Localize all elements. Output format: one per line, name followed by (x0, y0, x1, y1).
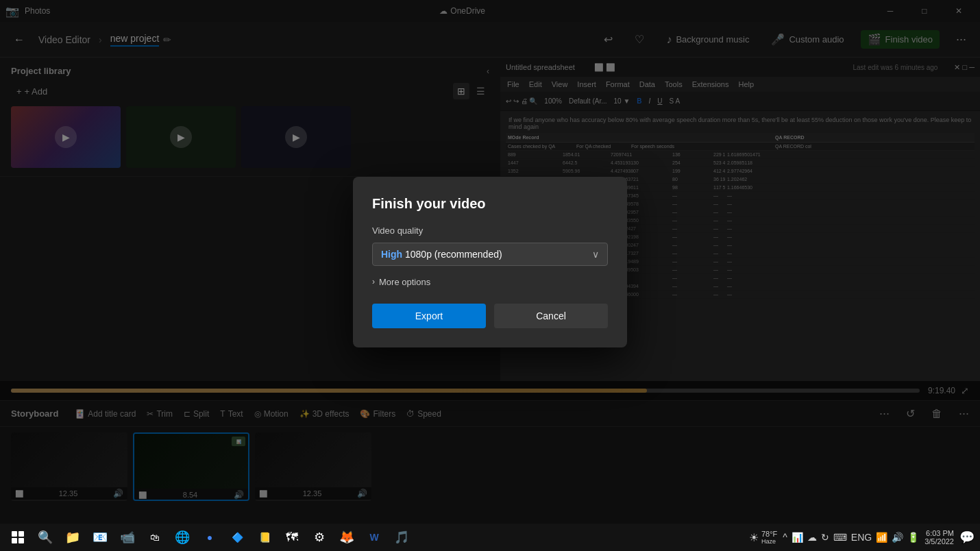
more-options-label: More options (379, 277, 430, 287)
start-button[interactable] (5, 525, 30, 550)
file-explorer-taskbar-button[interactable]: 📁 (60, 525, 85, 550)
weather-widget[interactable]: ☀ 78°F Haze (749, 530, 777, 545)
notification-button[interactable]: 💬 (959, 530, 975, 545)
finish-video-modal: Finish your video Video quality High 108… (353, 177, 627, 347)
taskbar: 🔍 📁 📧 📹 🛍 🌐 ● 🔷 📒 🗺 ⚙ 🦊 W 🎵 ☀ 78°F Haze … (0, 524, 980, 551)
quality-label: Video quality (372, 225, 608, 236)
modal-overlay: Finish your video Video quality High 108… (0, 0, 980, 524)
tray-chevron[interactable]: ^ (783, 532, 787, 543)
clock-date: 3/5/2022 (924, 537, 954, 546)
tray-icon3[interactable]: ↻ (821, 532, 829, 543)
cancel-button[interactable]: Cancel (494, 304, 608, 328)
tray-icon2[interactable]: ☁ (807, 532, 817, 543)
language-indicator[interactable]: ENG (851, 532, 872, 543)
battery-icon[interactable]: 🔋 (907, 532, 919, 543)
settings-taskbar-button[interactable]: ⚙ (307, 525, 332, 550)
weather-text: 78°F Haze (761, 530, 777, 545)
quality-select[interactable]: High 1080p (recommended) ∨ (372, 243, 608, 266)
more-options-chevron: › (372, 277, 375, 286)
taskbar-clock[interactable]: 6:03 PM 3/5/2022 (924, 529, 954, 546)
temperature: 78°F (761, 530, 777, 538)
vlc-taskbar-button[interactable]: 🎵 (389, 525, 414, 550)
store-taskbar-button[interactable]: 🛍 (143, 525, 167, 550)
modal-buttons: Export Cancel (372, 304, 608, 328)
quality-value: High 1080p (recommended) (381, 249, 502, 260)
taskbar-right: ☀ 78°F Haze ^ 📊 ☁ ↻ ⌨ ENG 📶 🔊 🔋 6:03 PM … (749, 529, 975, 546)
export-button[interactable]: Export (372, 304, 486, 328)
maps-taskbar-button[interactable]: 🗺 (280, 525, 304, 550)
wifi-icon[interactable]: 📶 (876, 532, 887, 543)
vpn-taskbar-button[interactable]: 🔷 (225, 525, 249, 550)
more-options-toggle[interactable]: › More options (372, 277, 608, 287)
outlook-taskbar-button[interactable]: 📧 (88, 525, 112, 550)
start-icon (12, 531, 24, 543)
edge-taskbar-button[interactable]: 🌐 (170, 525, 195, 550)
search-taskbar-button[interactable]: 🔍 (33, 525, 58, 550)
firefox-taskbar-button[interactable]: 🦊 (334, 525, 359, 550)
chrome-taskbar-button[interactable]: ● (197, 525, 222, 550)
tray-icon1[interactable]: 📊 (792, 532, 803, 543)
weather-condition: Haze (761, 538, 777, 545)
word-taskbar-button[interactable]: W (362, 525, 387, 550)
keyboard-icon[interactable]: ⌨ (833, 532, 847, 543)
modal-title: Finish your video (372, 196, 608, 212)
teams-taskbar-button[interactable]: 📹 (115, 525, 140, 550)
discord-taskbar-button[interactable]: 📒 (252, 525, 277, 550)
system-tray: ^ 📊 ☁ ↻ ⌨ ENG 📶 🔊 🔋 (783, 532, 919, 543)
volume-icon[interactable]: 🔊 (892, 532, 903, 543)
quality-select-chevron: ∨ (592, 249, 599, 260)
weather-icon: ☀ (749, 531, 759, 544)
clock-time: 6:03 PM (924, 529, 954, 537)
